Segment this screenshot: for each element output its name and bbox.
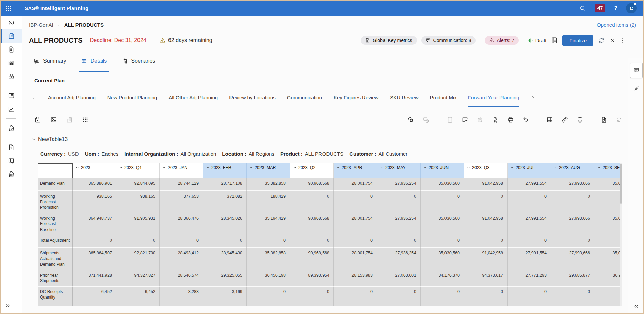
cell-ending-inventory-2023_JUL[interactable]: 13,567,610	[508, 303, 551, 306]
column-header-2023_SEP[interactable]: 2023_SEP	[594, 163, 622, 178]
finalize-button[interactable]: Finalize	[562, 35, 593, 46]
cell-working-forecast-promotion-2023_FEB[interactable]: 372,082	[203, 191, 247, 213]
tab-scenarios[interactable]: Scenarios	[122, 50, 155, 72]
subtab-review-by-locations[interactable]: Review by Locations	[229, 88, 276, 107]
cell-demand-plan-2023_Q2[interactable]: 90,968,568	[290, 178, 334, 191]
cell-demand-plan-2023_JAN[interactable]: 28,744,129	[160, 178, 203, 191]
cell-working-forecast-baseline-2023_JUL[interactable]: 27,991,554	[508, 213, 551, 236]
tab-details[interactable]: Details	[81, 50, 107, 72]
cell-prior-year-shipments-2023_JUN[interactable]: 34,176,370	[421, 270, 464, 287]
column-header-2023[interactable]: 2023	[73, 163, 116, 178]
cell-working-forecast-baseline-2023_Q2[interactable]: 90,968,568	[290, 213, 334, 236]
sidebar-item-plan-document[interactable]	[1, 29, 22, 43]
sidebar-item-table-eye[interactable]	[1, 154, 22, 168]
comments-panel-button[interactable]	[630, 63, 643, 78]
sidebar-item-card[interactable]	[1, 89, 22, 102]
cell-dc-receipts-quantity-2023_JUN[interactable]: 0	[421, 287, 464, 303]
cell-working-forecast-promotion-2023_JUN[interactable]: 0	[421, 191, 464, 213]
cell-shipments-actuals-and-demand-plan-2023_MAY[interactable]: 27,936,254	[377, 248, 421, 270]
column-header-2023_JUL[interactable]: 2023_JUL	[508, 163, 551, 178]
column-header-2023_JAN[interactable]: 2023_JAN	[160, 163, 203, 178]
cell-prior-year-shipments-2023_FEB[interactable]: 29,325,055	[203, 270, 247, 287]
subtab-sku-review[interactable]: SKU Review	[390, 88, 418, 107]
toolbar-shield-button[interactable]	[577, 116, 583, 123]
cell-total-adjustment-2023[interactable]: 0	[73, 235, 116, 248]
sidebar-item-document[interactable]	[1, 43, 22, 56]
cell-prior-year-shipments-2023_MAY[interactable]: 27,063,601	[377, 270, 421, 287]
subtabs-scroll-left[interactable]	[31, 88, 36, 107]
cell-total-adjustment-2023_Q3[interactable]: 0	[464, 235, 508, 248]
cell-ending-inventory-2023_MAY[interactable]: 13,567,610	[377, 303, 421, 306]
cell-working-forecast-baseline-2023_Q3[interactable]: 91,042,958	[464, 213, 508, 236]
apps-grid-icon[interactable]	[5, 5, 12, 12]
cell-shipments-actuals-and-demand-plan-2023_AUG[interactable]: 27,993,666	[551, 248, 594, 270]
cell-total-adjustment-2023_AUG[interactable]: 0	[551, 235, 594, 248]
column-header-2023_FEB[interactable]: 2023_FEB	[203, 163, 247, 178]
cell-total-adjustment-2023_JUL[interactable]: 0	[508, 235, 551, 248]
cell-working-forecast-baseline-2023_AUG[interactable]: 27,993,666	[551, 213, 594, 236]
toolbar-file-refresh-button[interactable]	[601, 116, 607, 123]
cell-working-forecast-promotion-2023_Q1[interactable]: 938,165	[116, 191, 160, 213]
cell-working-forecast-promotion-2023_MAY[interactable]: 0	[377, 191, 421, 213]
cell-total-adjustment-2023_JAN[interactable]: 0	[160, 235, 203, 248]
cell-ending-inventory-2023_AUG[interactable]: 13,567,610	[551, 303, 594, 306]
opened-items-link[interactable]: Opened items (2)	[597, 22, 636, 28]
toolbar-export-frame-button[interactable]	[462, 116, 468, 123]
breadcrumb-parent[interactable]: IBP-GenAI	[29, 22, 53, 28]
cell-demand-plan-2023_MAY[interactable]: 27,936,254	[377, 178, 421, 191]
cell-working-forecast-baseline-2023_JUN[interactable]: 35,030,560	[421, 213, 464, 236]
global-key-metrics-button[interactable]: Global Key metrics	[361, 36, 417, 45]
cell-total-adjustment-2023_Q1[interactable]: 0	[116, 235, 160, 248]
cell-shipments-actuals-and-demand-plan-2023_Q3[interactable]: 91,042,958	[464, 248, 508, 270]
cell-dc-receipts-quantity-2023_APR[interactable]: 0	[334, 287, 377, 303]
cell-ending-inventory-2023_JUN[interactable]: 13,567,610	[421, 303, 464, 306]
sidebar-item-cubes[interactable]	[1, 70, 22, 83]
sidebar-item-bag-cloud[interactable]	[1, 121, 22, 135]
cell-working-forecast-promotion-2023_Q2[interactable]: 0	[290, 191, 334, 213]
column-header-2023_APR[interactable]: 2023_APR	[334, 163, 377, 178]
cell-dc-receipts-quantity-2023_Q2[interactable]: 0	[290, 287, 334, 303]
toolbar-calendar-button[interactable]	[34, 116, 41, 123]
cell-working-forecast-promotion-2023[interactable]: 938,165	[73, 191, 116, 213]
cell-working-forecast-baseline-2023[interactable]: 364,948,737	[73, 213, 116, 236]
cell-shipments-actuals-and-demand-plan-2023_APR[interactable]: 28,001,754	[334, 248, 377, 270]
cell-demand-plan-2023_AUG[interactable]: 27,993,666	[551, 178, 594, 191]
subtab-forward-year-planning[interactable]: Forward Year Planning	[468, 88, 519, 107]
avatar[interactable]: C	[626, 3, 637, 13]
sidebar-item-doc-check[interactable]	[1, 141, 22, 154]
status-badge[interactable]: Draft	[528, 38, 547, 43]
cell-working-forecast-promotion-2023_JAN[interactable]: 377,653	[160, 191, 203, 213]
cell-working-forecast-baseline-2023_Q1[interactable]: 91,905,931	[116, 213, 160, 236]
cell-working-forecast-promotion-2023_AUG[interactable]: 0	[551, 191, 594, 213]
sidebar-item-bag-barcode[interactable]	[1, 168, 22, 181]
cell-working-forecast-baseline-2023_SEP[interactable]: 35,057,660	[594, 213, 622, 236]
cell-dc-receipts-quantity-2023_MAR[interactable]: 0	[247, 287, 290, 303]
communication-button[interactable]: Communication: 8	[421, 36, 476, 45]
toolbar-table-grid-button[interactable]	[546, 116, 553, 123]
column-header-2023_AUG[interactable]: 2023_AUG	[551, 163, 594, 178]
subtab-account-adj-planning[interactable]: Account Adj Planning	[48, 88, 96, 107]
toolbar-ruler-button[interactable]	[561, 116, 568, 123]
subtab-new-product-planning[interactable]: New Product Planning	[107, 88, 157, 107]
column-header-2023_JUN[interactable]: 2023_JUN	[421, 163, 464, 178]
toolbar-award-button[interactable]	[492, 116, 499, 123]
cell-working-forecast-baseline-2023_JAN[interactable]: 28,366,476	[160, 213, 203, 236]
cell-shipments-actuals-and-demand-plan-2023_JUN[interactable]: 35,030,560	[421, 248, 464, 270]
cell-working-forecast-promotion-2023_JUL[interactable]: 0	[508, 191, 551, 213]
column-header-2023_Q3[interactable]: 2023_Q3	[464, 163, 508, 178]
journal-icon[interactable]	[551, 37, 558, 44]
cell-shipments-actuals-and-demand-plan-2023_MAR[interactable]: 35,382,858	[247, 248, 290, 270]
filter-value[interactable]: All Organization	[180, 151, 216, 157]
toolbar-image-button[interactable]	[50, 116, 57, 123]
cell-ending-inventory-2023_SEP[interactable]: 13,567,610	[594, 303, 622, 306]
cell-shipments-actuals-and-demand-plan-2023_FEB[interactable]: 28,945,430	[203, 248, 247, 270]
cell-dc-receipts-quantity-2023_FEB[interactable]: 3,169	[203, 287, 247, 303]
cell-dc-receipts-quantity-2023_Q1[interactable]: 6,452	[116, 287, 160, 303]
cell-demand-plan-2023_FEB[interactable]: 28,717,108	[203, 178, 247, 191]
cell-demand-plan-2023_JUN[interactable]: 35,030,560	[421, 178, 464, 191]
cell-demand-plan-2023_MAR[interactable]: 35,382,858	[247, 178, 290, 191]
subtab-communication[interactable]: Communication	[287, 88, 322, 107]
cell-working-forecast-baseline-2023_MAY[interactable]: 27,936,254	[377, 213, 421, 236]
cell-working-forecast-promotion-2023_APR[interactable]: 0	[334, 191, 377, 213]
cell-dc-receipts-quantity-2023_JAN[interactable]: 3,283	[160, 287, 203, 303]
